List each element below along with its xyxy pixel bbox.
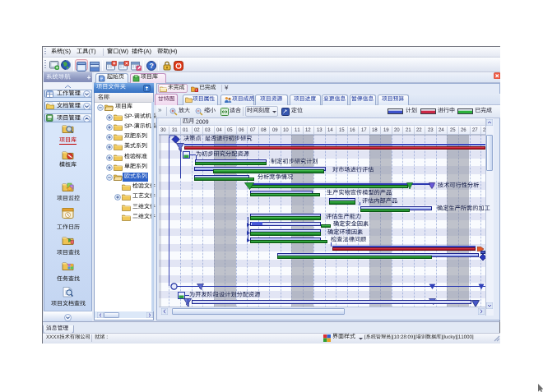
svg-text:?: ? [149,62,153,70]
